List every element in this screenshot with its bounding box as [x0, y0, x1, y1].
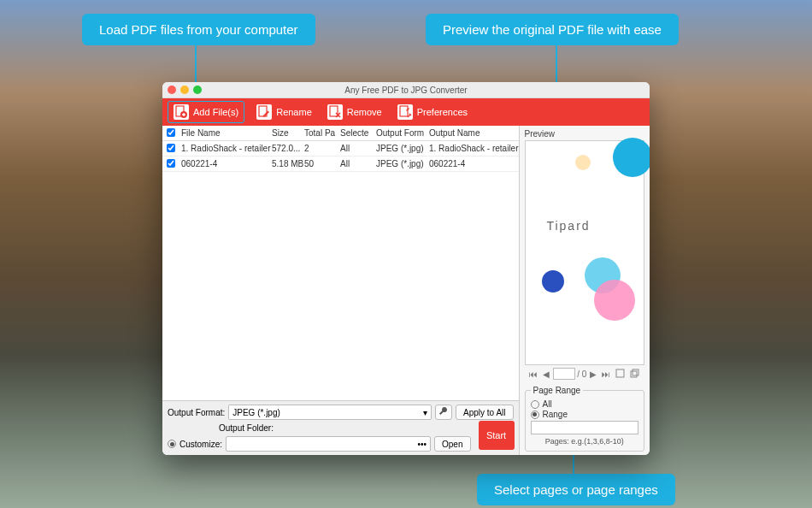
customize-label: Customize: [179, 440, 222, 449]
cell-output-format: JPEG (*.jpg) [376, 144, 429, 153]
popout-icon[interactable] [628, 369, 641, 380]
output-format-label: Output Format: [168, 408, 225, 417]
preview-nav: ⏮ ◀ / 0 ▶ ⏭ [525, 368, 645, 380]
last-page-icon[interactable]: ⏭ [600, 369, 612, 379]
add-files-label: Add File(s) [193, 107, 238, 117]
wrench-icon [438, 406, 449, 418]
cell-size: 572.0... [272, 144, 304, 153]
cell-total-pages: 50 [304, 159, 340, 168]
col-filename[interactable]: File Name [179, 128, 272, 138]
preview-label: Preview [525, 129, 645, 139]
preview-shape [594, 280, 635, 321]
range-range-label: Range [543, 410, 568, 419]
callout-preview: Preview the original PDF file with ease [426, 14, 679, 45]
page-range-group: Page Range All Range Pages: e.g.(1,3,6,8… [525, 386, 645, 452]
col-total-pages[interactable]: Total Pa [304, 128, 340, 138]
svg-rect-3 [330, 106, 338, 116]
bottom-bar: Output Format: JPEG (*.jpg) ▾ Apply to A… [162, 400, 519, 455]
output-folder-select[interactable]: ••• [226, 436, 431, 452]
select-all-checkbox[interactable] [167, 128, 175, 137]
range-range-radio[interactable] [531, 411, 539, 419]
preferences-button[interactable]: Preferences [394, 103, 471, 121]
start-button[interactable]: Start [479, 421, 515, 450]
table-empty-area [162, 172, 519, 400]
cell-total-pages: 2 [304, 144, 340, 153]
range-input[interactable] [531, 421, 639, 434]
col-output-name[interactable]: Output Name [429, 128, 519, 138]
prev-page-icon[interactable]: ◀ [541, 369, 551, 379]
rename-label: Rename [276, 107, 312, 117]
col-size[interactable]: Size [272, 128, 304, 138]
output-format-settings-button[interactable] [435, 405, 452, 420]
output-format-value: JPEG (*.jpg) [232, 408, 280, 417]
content-area: File Name Size Total Pa Selecte Output F… [162, 126, 650, 455]
page-input[interactable] [553, 368, 575, 380]
rename-button[interactable]: Rename [253, 103, 315, 121]
page-range-legend: Page Range [531, 386, 584, 395]
cell-filename: 1. RadioShack - retailer [179, 144, 272, 153]
cell-output-format: JPEG (*.jpg) [376, 159, 429, 168]
output-format-select[interactable]: JPEG (*.jpg) ▾ [228, 405, 432, 420]
remove-icon [327, 104, 343, 120]
toolbar: Add File(s) Rename Remove Preferences [162, 98, 650, 126]
cell-selected: All [340, 159, 376, 168]
chevron-down-icon: ▾ [423, 408, 427, 417]
cell-size: 5.18 MB [272, 159, 304, 168]
svg-rect-7 [633, 369, 638, 375]
file-table: File Name Size Total Pa Selecte Output F… [162, 126, 520, 455]
range-all-label: All [543, 399, 552, 409]
range-hint: Pages: e.g.(1,3,6,8-10) [531, 437, 639, 446]
app-window: Any Free PDF to JPG Converter Add File(s… [162, 82, 650, 455]
col-selected[interactable]: Selecte [340, 128, 376, 138]
table-row[interactable]: 1. RadioShack - retailer572.0...2AllJPEG… [162, 141, 519, 157]
preview-panel: Preview Tipard ⏮ ◀ / 0 ▶ ⏭ [520, 126, 650, 455]
preview-brand-text: Tipard [546, 219, 590, 233]
cell-output-name: 1. RadioShack - retailer [429, 144, 519, 153]
titlebar: Any Free PDF to JPG Converter [162, 82, 650, 98]
window-title: Any Free PDF to JPG Converter [162, 86, 650, 95]
output-folder-label: Output Folder: [219, 423, 274, 433]
col-output-format[interactable]: Output Form [376, 128, 429, 138]
table-row[interactable]: 060221-45.18 MB50AllJPEG (*.jpg)060221-4 [162, 157, 519, 172]
svg-rect-4 [400, 106, 408, 116]
range-all-radio[interactable] [531, 400, 539, 409]
row-checkbox[interactable] [167, 159, 175, 168]
preview-canvas: Tipard [525, 140, 645, 365]
remove-button[interactable]: Remove [324, 103, 385, 121]
preview-shape [613, 138, 650, 177]
table-header: File Name Size Total Pa Selecte Output F… [162, 126, 519, 141]
preview-shape [575, 155, 591, 170]
cell-selected: All [340, 144, 376, 153]
row-checkbox[interactable] [167, 144, 175, 152]
open-folder-button[interactable]: Open [434, 436, 470, 452]
customize-radio[interactable] [168, 440, 176, 448]
preferences-label: Preferences [417, 107, 468, 117]
rename-icon [256, 104, 272, 120]
ellipsis-icon: ••• [418, 440, 427, 449]
add-file-icon [174, 104, 189, 120]
remove-label: Remove [347, 107, 382, 117]
page-total: / 0 [577, 369, 586, 379]
next-page-icon[interactable]: ▶ [588, 369, 598, 379]
apply-to-all-button[interactable]: Apply to All [456, 405, 513, 420]
preferences-icon [397, 104, 413, 120]
callout-range: Select pages or page ranges [477, 474, 675, 505]
cell-filename: 060221-4 [179, 159, 272, 168]
cell-output-name: 060221-4 [429, 159, 519, 168]
callout-load: Load PDF files from your computer [82, 14, 315, 45]
first-page-icon[interactable]: ⏮ [527, 369, 539, 379]
add-files-button[interactable]: Add File(s) [168, 101, 244, 123]
snapshot-icon[interactable] [614, 369, 627, 380]
preview-shape [542, 270, 564, 292]
svg-rect-5 [616, 369, 624, 377]
table-body: 1. RadioShack - retailer572.0...2AllJPEG… [162, 141, 519, 172]
svg-rect-6 [631, 371, 637, 377]
